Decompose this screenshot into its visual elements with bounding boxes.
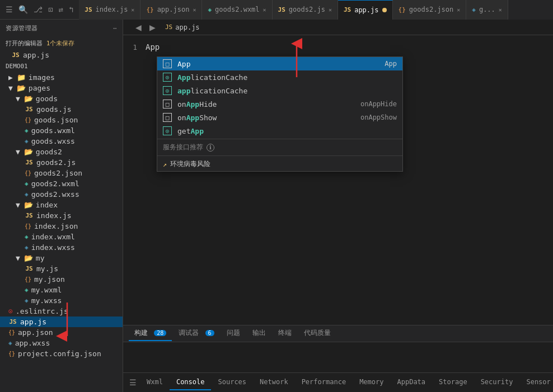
tab-index-js[interactable]: JS index.js ✕ [79,0,140,20]
tab-debugger[interactable]: 调试器 6 [173,326,219,341]
sidebar-item-index-wxml[interactable]: ◈ index.wxml [0,232,123,242]
ac-divider [157,139,402,139]
sidebar-item-project-config[interactable]: {} project.config.json [0,348,123,359]
devtools-menu-icon[interactable]: ☰ [126,378,140,387]
sidebar-item-my-wxss[interactable]: ◈ my.wxss [0,295,123,306]
close-icon[interactable]: ✕ [499,7,502,13]
sidebar-item-pages[interactable]: ▼ 📂 pages [0,83,123,93]
devtab-storage[interactable]: Storage [432,375,474,390]
root-section[interactable]: DEMO01 [0,60,123,72]
tab-goods2-json[interactable]: {} goods2.json ✕ [393,0,467,20]
sidebar-item-goods2[interactable]: ▼ 📂 goods2 [0,147,123,157]
sidebar-item-images[interactable]: ▶ 📁 images [0,72,123,83]
tab-app-json[interactable]: {} app.json ✕ [140,0,202,20]
sidebar-item-goods2-json[interactable]: {} goods2.json [0,168,123,178]
tab-goods2-js[interactable]: JS goods2.js ✕ [273,0,338,20]
breadcrumb-path: app.js [175,23,199,31]
autocomplete-item-appcache[interactable]: ⊙ ApplicationCache [157,70,402,84]
title-bar-icons: ☰ 🔍 ⎇ ⊡ ⇄ ↰ [0,5,79,14]
devtab-wxml[interactable]: Wxml [140,375,170,390]
badge: 28 [154,330,166,336]
back-button[interactable]: ◀ [133,22,144,33]
sidebar-item-index-wxss[interactable]: ◈ index.wxss [0,242,123,253]
close-icon[interactable]: ✕ [457,7,460,13]
eslint-file-icon: ⊙ [8,307,13,315]
file-label: my.wxml [31,286,62,294]
devtab-performance[interactable]: Performance [295,375,353,390]
back-icon[interactable]: ↰ [69,5,73,14]
close-icon[interactable]: ✕ [263,7,266,13]
folder-label: goods [36,95,58,103]
ac-warning-item[interactable]: ↗ 环境病毒风险 [157,157,402,171]
sidebar-item-index-js[interactable]: JS index.js [0,210,123,221]
sidebar-item-goods-wxss[interactable]: ◈ goods.wxss [0,136,123,147]
tab-g[interactable]: ◈ g... ✕ [466,0,508,20]
devtab-security[interactable]: Security [474,375,520,390]
tab-goods2-wxml[interactable]: ◈ goods2.wxml ✕ [202,0,272,20]
devtab-memory[interactable]: Memory [353,375,390,390]
sidebar-item-goods2-wxml[interactable]: ◈ goods2.wxml [0,178,123,189]
tab-problems[interactable]: 问题 [221,326,246,341]
sidebar-item-my-js[interactable]: JS my.js [0,263,123,274]
autocomplete-item-onApphide[interactable]: □ onAppHide onAppHide [157,97,402,111]
tab-label: 问题 [227,329,240,337]
sidebar-item-goods-js[interactable]: JS goods.js [0,104,123,115]
close-icon[interactable]: ✕ [329,7,332,13]
sidebar-item-my[interactable]: ▼ 📂 my [0,253,123,263]
sidebar-item-app-js[interactable]: JS app.js [0,317,123,327]
sidebar-item-index-json[interactable]: {} index.json [0,221,123,232]
tab-build[interactable]: 构建 28 [129,326,172,341]
autocomplete-item-app[interactable]: □ App App [157,57,402,70]
sidebar-item-goods-wxml[interactable]: ◈ goods.wxml [0,125,123,136]
sidebar-item-eslint[interactable]: ⊙ .eslintrc.js [0,306,123,317]
file-label: index.js [36,211,72,220]
sidebar-item-goods2-js[interactable]: JS goods2.js [0,157,123,168]
search-icon[interactable]: 🔍 [18,5,28,14]
sidebar-item-index[interactable]: ▼ 📂 index [0,200,123,210]
wxml-file-icon: ◈ [25,233,29,240]
tab-code-quality[interactable]: 代码质量 [298,326,336,341]
split-icon[interactable]: ⇄ [58,5,63,14]
ref-icon: ⊙ [163,73,172,82]
file-label: my.json [34,275,65,284]
chevron-right-icon: ▶ [8,73,13,82]
json-file-icon: {} [8,329,15,336]
info-icon[interactable]: ℹ [207,144,214,152]
close-icon[interactable]: ✕ [193,7,196,13]
new-file-icon[interactable]: ⋯ [113,25,117,32]
sidebar-item-my-wxml[interactable]: ◈ my.wxml [0,285,123,295]
forward-button[interactable]: ▶ [147,22,158,33]
open-editors-section[interactable]: 打开的编辑器 1个未保存 [0,37,123,50]
menu-icon[interactable]: ☰ [6,5,13,14]
breadcrumb-icon: JS [165,23,172,31]
source-control-icon[interactable]: ⎇ [34,5,43,14]
json-file-icon: {} [25,117,31,123]
close-icon[interactable]: ✕ [131,7,134,13]
sidebar-item-my-json[interactable]: {} my.json [0,274,123,285]
tab-output[interactable]: 输出 [247,326,271,341]
autocomplete-item-onAppshow[interactable]: □ onAppShow onAppShow [157,111,402,124]
file-label: index.wxss [31,243,75,252]
sidebar-item-app-json[interactable]: {} app.json [0,327,123,338]
editor-nav: ◀ ▶ [129,22,162,33]
devtab-network[interactable]: Network [253,375,295,390]
tab-terminal[interactable]: 终端 [273,326,297,341]
devtab-appdata[interactable]: AppData [390,375,432,390]
autocomplete-item-appcache2[interactable]: ⊙ applicationCache [157,84,402,97]
devtab-console[interactable]: Console [170,375,212,390]
tab-app-js[interactable]: JS app.js [338,0,393,20]
open-editor-appjs[interactable]: JS app.js [0,50,123,60]
sidebar-item-app-wxss[interactable]: ◈ app.wxss [0,338,123,348]
autocomplete-item-getApp[interactable]: ⊙ getApp [157,124,402,138]
devtab-sensor[interactable]: Sensor [519,375,553,390]
wxml-file-icon: ◈ [25,127,29,134]
sidebar-item-goods[interactable]: ▼ 📂 goods [0,93,123,104]
wxss-file-icon: ◈ [25,244,29,251]
sidebar-item-goods-json[interactable]: {} goods.json [0,115,123,125]
code-editor[interactable]: 1 App □ App App ⊙ ApplicationCache [123,35,553,325]
devtab-sources[interactable]: Sources [211,375,253,390]
file-label: index.json [34,222,78,230]
extensions-icon[interactable]: ⊡ [48,5,53,14]
ac-right-app: App [385,60,397,68]
sidebar-item-goods2-wxss[interactable]: ◈ goods2.wxss [0,189,123,200]
